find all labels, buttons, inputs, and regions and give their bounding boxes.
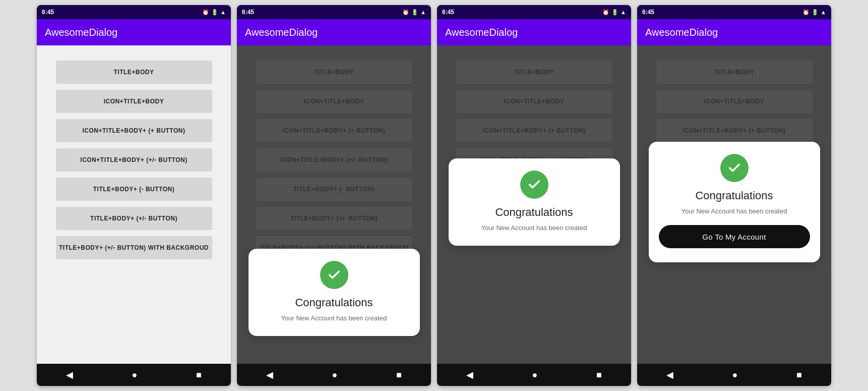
content-1: TITLE+BODY ICON+TITLE+BODY ICON+TITLE+BO… bbox=[37, 45, 231, 364]
status-icons-2: ⏰ 🔋 ▲ bbox=[402, 9, 426, 16]
go-to-account-button[interactable]: Go To My Account bbox=[659, 225, 810, 248]
dialog-body-2: Your New Account has been created bbox=[281, 314, 387, 322]
status-icons-3: ⏰ 🔋 ▲ bbox=[602, 9, 626, 16]
app-title-1: AwesomeDialog bbox=[45, 27, 117, 38]
dialog-card-2: Congratulations Your New Account has bee… bbox=[249, 249, 420, 336]
nav-bar-1: ◀ ● ■ bbox=[37, 364, 231, 386]
recent-button-2[interactable]: ■ bbox=[396, 370, 402, 380]
btn-title-body-plusminus-1[interactable]: TITLE+BODY+ (+/- BUTTON) bbox=[56, 207, 212, 230]
back-button-1[interactable]: ◀ bbox=[66, 369, 73, 380]
dialog-title-3: Congratulations bbox=[495, 206, 573, 219]
alarm-icon-2: ⏰ bbox=[402, 9, 409, 16]
home-button-1[interactable]: ● bbox=[132, 370, 138, 380]
status-bar-3: 6:45 ⏰ 🔋 ▲ bbox=[437, 5, 631, 19]
recent-button-4[interactable]: ■ bbox=[796, 370, 802, 380]
app-bar-3: AwesomeDialog bbox=[437, 19, 631, 45]
status-bar-1: 6:45 ⏰ 🔋 ▲ bbox=[37, 5, 231, 19]
back-button-4[interactable]: ◀ bbox=[666, 369, 673, 380]
dialog-body-3: Your New Account has been created bbox=[481, 224, 587, 232]
phone-screen-4: 6:45 ⏰ 🔋 ▲ AwesomeDialog TITLE+BODY ICON… bbox=[637, 5, 831, 386]
back-button-3[interactable]: ◀ bbox=[466, 369, 473, 380]
nav-bar-4: ◀ ● ■ bbox=[637, 364, 831, 386]
content-2: TITLE+BODY ICON+TITLE+BODY ICON+TITLE+BO… bbox=[237, 45, 431, 364]
alarm-icon-1: ⏰ bbox=[202, 9, 209, 16]
dialog-overlay-2: Congratulations Your New Account has bee… bbox=[237, 45, 431, 364]
status-icons-4: ⏰ 🔋 ▲ bbox=[802, 9, 826, 16]
signal-icon-2: ▲ bbox=[420, 9, 426, 15]
app-title-2: AwesomeDialog bbox=[245, 27, 318, 38]
app-title-3: AwesomeDialog bbox=[445, 27, 518, 38]
recent-button-3[interactable]: ■ bbox=[596, 370, 602, 380]
home-button-3[interactable]: ● bbox=[532, 370, 538, 380]
app-bar-1: AwesomeDialog bbox=[37, 19, 231, 45]
phone-screen-3: 6:45 ⏰ 🔋 ▲ AwesomeDialog TITLE+BODY ICON… bbox=[437, 5, 631, 386]
home-button-4[interactable]: ● bbox=[732, 370, 738, 380]
dialog-body-4: Your New Account has been created bbox=[681, 207, 787, 215]
dialog-card-4: Congratulations Your New Account has bee… bbox=[649, 142, 820, 262]
btn-icon-title-body-plusminus-1[interactable]: ICON+TITLE+BODY+ (+/- BUTTON) bbox=[56, 148, 212, 172]
nav-bar-2: ◀ ● ■ bbox=[237, 364, 431, 386]
signal-icon-4: ▲ bbox=[821, 9, 826, 15]
recent-button-1[interactable]: ■ bbox=[196, 370, 202, 380]
dialog-card-3: Congratulations Your New Account has bee… bbox=[449, 158, 620, 246]
status-time-2: 6:45 bbox=[242, 9, 254, 16]
status-time-1: 6:45 bbox=[42, 9, 54, 16]
status-icons-1: ⏰ 🔋 ▲ bbox=[202, 9, 226, 16]
nav-bar-3: ◀ ● ■ bbox=[437, 364, 631, 386]
app-title-4: AwesomeDialog bbox=[645, 27, 718, 38]
dialog-title-2: Congratulations bbox=[295, 296, 373, 309]
btn-icon-title-body-1[interactable]: ICON+TITLE+BODY bbox=[56, 90, 212, 113]
dialog-overlay-3: Congratulations Your New Account has bee… bbox=[437, 45, 631, 364]
battery-icon-1: 🔋 bbox=[211, 9, 218, 16]
dialog-overlay-4: Congratulations Your New Account has bee… bbox=[637, 45, 831, 364]
phone-screen-1: 6:45 ⏰ 🔋 ▲ AwesomeDialog TITLE+BODY ICON… bbox=[37, 5, 231, 386]
status-time-3: 6:45 bbox=[442, 9, 454, 16]
battery-icon-3: 🔋 bbox=[611, 9, 618, 16]
content-3: TITLE+BODY ICON+TITLE+BODY ICON+TITLE+BO… bbox=[437, 45, 631, 364]
dialog-title-4: Congratulations bbox=[695, 189, 773, 202]
status-time-4: 6:45 bbox=[642, 9, 654, 16]
btn-title-body-minus-1[interactable]: TITLE+BODY+ (- BUTTON) bbox=[56, 178, 212, 201]
app-bar-4: AwesomeDialog bbox=[637, 19, 831, 45]
dialog-success-icon-3 bbox=[520, 171, 548, 199]
signal-icon-3: ▲ bbox=[621, 9, 626, 15]
phone-screen-2: 6:45 ⏰ 🔋 ▲ AwesomeDialog TITLE+BODY ICON… bbox=[237, 5, 431, 386]
content-4: TITLE+BODY ICON+TITLE+BODY ICON+TITLE+BO… bbox=[637, 45, 831, 364]
signal-icon-1: ▲ bbox=[220, 9, 226, 15]
battery-icon-2: 🔋 bbox=[411, 9, 418, 16]
status-bar-4: 6:45 ⏰ 🔋 ▲ bbox=[637, 5, 831, 19]
btn-title-body-1[interactable]: TITLE+BODY bbox=[56, 61, 212, 84]
dialog-success-icon-2 bbox=[320, 261, 348, 289]
app-bar-2: AwesomeDialog bbox=[237, 19, 431, 45]
home-button-2[interactable]: ● bbox=[332, 370, 338, 380]
alarm-icon-4: ⏰ bbox=[802, 9, 810, 16]
dialog-success-icon-4 bbox=[720, 154, 749, 182]
status-bar-2: 6:45 ⏰ 🔋 ▲ bbox=[237, 5, 431, 19]
btn-title-body-bg-1[interactable]: TITLE+BODY+ (+/- BUTTON) WITH BACKGROUD bbox=[56, 236, 212, 259]
battery-icon-4: 🔋 bbox=[812, 9, 819, 16]
alarm-icon-3: ⏰ bbox=[602, 9, 609, 16]
back-button-2[interactable]: ◀ bbox=[266, 369, 273, 380]
btn-icon-title-body-plus-1[interactable]: ICON+TITLE+BODY+ (+ BUTTON) bbox=[56, 119, 212, 142]
